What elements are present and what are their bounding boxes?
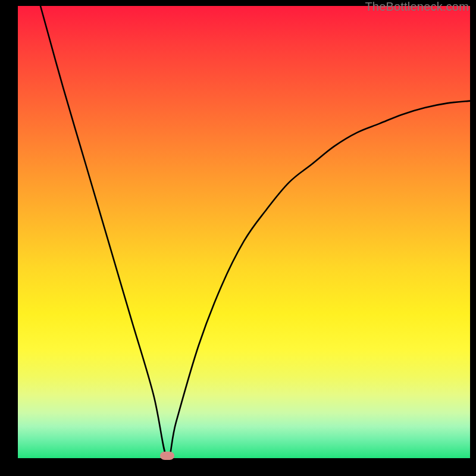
bottleneck-curve bbox=[18, 6, 470, 458]
min-point-marker bbox=[160, 452, 174, 460]
plot-area bbox=[18, 6, 470, 458]
chart-frame: TheBottleneck.com bbox=[0, 0, 476, 476]
watermark-text: TheBottleneck.com bbox=[365, 0, 469, 14]
